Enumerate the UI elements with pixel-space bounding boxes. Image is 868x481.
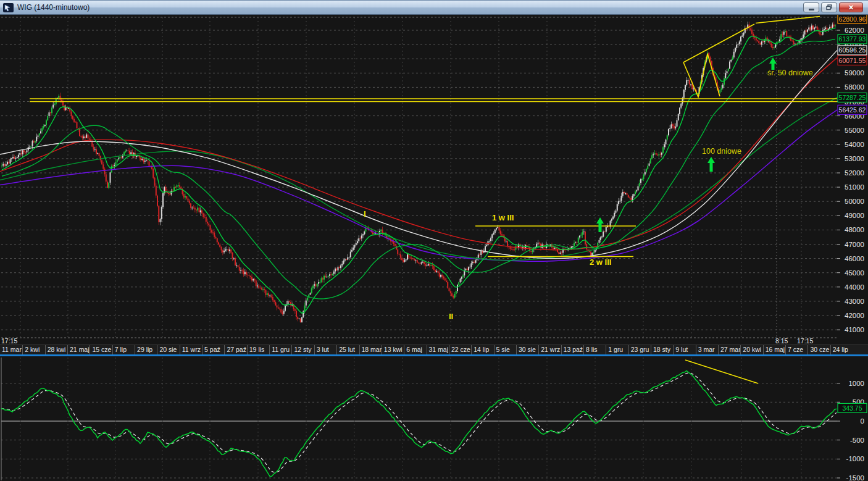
svg-text:62000: 62000 (845, 27, 864, 34)
x-axis-label: 8 lis (583, 345, 606, 355)
x-axis-label: 11 wrz (180, 345, 202, 355)
x-axis-label: 16 maj (763, 345, 785, 355)
svg-text:0: 0 (861, 417, 864, 425)
x-axis-label: 13 paź (561, 345, 583, 355)
oscillator-panel[interactable]: 10005000-500-1000-1500343.75 (0, 356, 868, 481)
x-axis-label: 18 sty (651, 345, 673, 355)
svg-text:-1500: -1500 (846, 474, 864, 481)
svg-text:53000: 53000 (845, 155, 864, 162)
x-axis-label: 18 mar (359, 345, 382, 355)
svg-text:54000: 54000 (845, 141, 864, 148)
restore-icon (826, 4, 833, 10)
up-arrow-icon (769, 57, 777, 70)
svg-text:-500: -500 (850, 437, 864, 444)
x-axis-label: 25 lut (336, 345, 359, 355)
osc-grid-layer (1, 358, 837, 480)
x-axis-label: 11 gru (269, 345, 291, 355)
osc-axis-labels: 10005000-500-1000-1500343.75 (837, 380, 867, 481)
x-axis-label: 30 sie (516, 345, 538, 355)
x-axis-label: 3 lut (314, 345, 336, 355)
x-axis-label: 27 mar (718, 345, 740, 355)
x-axis-label: 2 kwi (22, 345, 44, 355)
svg-text:41000: 41000 (845, 326, 864, 333)
x-axis-label: 7 cze (785, 345, 807, 355)
app-window: WIG (1440-minutowo) ✕ 1 w III2 w IIIIIIś… (0, 0, 868, 481)
title-bar[interactable]: WIG (1440-minutowo) ✕ (0, 0, 868, 15)
y-axis-labels: 6200061000600005900058000570005600055000… (837, 27, 864, 333)
svg-text:47000: 47000 (845, 241, 864, 248)
oscillator-line (1, 370, 837, 476)
svg-text:43000: 43000 (845, 298, 864, 305)
close-icon: ✕ (848, 4, 854, 11)
x-axis-label: 21 maj (67, 345, 90, 355)
x-axis-label: 20 kwi (740, 345, 762, 355)
svg-text:śr. 50 dniowe: śr. 50 dniowe (767, 69, 813, 77)
minimize-icon (809, 9, 814, 10)
svg-text:1000: 1000 (848, 380, 864, 387)
x-axis-label: 5 sie (494, 345, 516, 355)
svg-text:55000: 55000 (845, 127, 864, 134)
x-axis-label: 19 lis (247, 345, 269, 355)
main-price-chart[interactable]: 1 w III2 w IIIIIIśr. 50 dniowe100 dniowe… (0, 15, 868, 345)
x-axis-label: 7 lip (112, 345, 135, 355)
x-axis-label: 15 cze (90, 345, 112, 355)
candles-layer (1, 22, 836, 323)
svg-text:50000: 50000 (845, 198, 864, 205)
svg-text:58000: 58000 (845, 83, 864, 91)
svg-text:51000: 51000 (845, 183, 864, 191)
svg-text:61377.93: 61377.93 (839, 35, 866, 43)
svg-text:45000: 45000 (845, 269, 864, 277)
svg-text:II: II (449, 312, 453, 321)
x-axis-label: 21 wrz (538, 345, 561, 355)
minimize-button[interactable] (803, 2, 819, 12)
svg-text:-1000: -1000 (846, 455, 864, 462)
x-axis-label: 27 paź (224, 345, 246, 355)
svg-text:48000: 48000 (845, 226, 864, 233)
x-axis-label: 12 sty (291, 345, 314, 355)
x-axis-label: 23 gru (628, 345, 651, 355)
svg-text:49000: 49000 (845, 212, 864, 219)
svg-text:42000: 42000 (845, 312, 864, 319)
x-axis-label: 6 maj (404, 345, 426, 355)
svg-text:62800.96: 62800.96 (839, 15, 866, 23)
x-axis-label: 20 sie (157, 345, 179, 355)
svg-text:56425.62: 56425.62 (839, 106, 866, 114)
svg-text:60071.55: 60071.55 (839, 57, 866, 64)
svg-text:57287.25: 57287.25 (839, 94, 866, 101)
restore-button[interactable] (821, 2, 837, 12)
x-axis-label: 11 mar (0, 345, 22, 355)
x-axis-label: 22 cze (449, 345, 471, 355)
svg-text:44000: 44000 (845, 283, 864, 291)
x-axis-label: 9 lut (673, 345, 695, 355)
x-axis-label: 1 gru (606, 345, 628, 355)
svg-text:I: I (364, 209, 366, 219)
svg-text:46000: 46000 (845, 255, 864, 262)
svg-text:2 w III: 2 w III (590, 257, 611, 267)
close-button[interactable]: ✕ (839, 2, 863, 12)
window-title: WIG (1440-minutowo) (17, 3, 90, 12)
x-axis-label: 30 cze (807, 345, 830, 355)
x-axis-label: 14 lip (471, 345, 493, 355)
svg-text:100 dniowe: 100 dniowe (702, 147, 741, 156)
x-axis-label: 13 kwi (382, 345, 404, 355)
x-axis-label: 28 kwi (45, 345, 67, 355)
x-axis-label: 29 lip (135, 345, 157, 355)
oscillator-signal-line (1, 373, 837, 472)
svg-text:59000: 59000 (845, 69, 864, 77)
app-icon (3, 3, 14, 12)
session-time-end: 17:15 (797, 337, 813, 345)
x-axis: 11 mar2 kwi28 kwi21 maj15 cze7 lip29 lip… (0, 345, 868, 355)
x-axis-label: 24 lip (830, 345, 853, 355)
svg-text:1 w III: 1 w III (492, 213, 514, 222)
x-axis-label: 31 maj (427, 345, 449, 355)
svg-text:60596.25: 60596.25 (839, 46, 866, 54)
up-arrow-icon (707, 157, 715, 172)
annotations-layer: 1 w III2 w IIIIIIśr. 50 dniowe100 dniowe (30, 17, 837, 322)
svg-text:52000: 52000 (845, 169, 864, 177)
session-time-left: 17:15 (1, 337, 17, 345)
x-axis-label: 5 paź (202, 345, 224, 355)
x-axis-label: 3 mar (696, 345, 718, 355)
session-time-start: 8:15 (775, 337, 788, 345)
svg-text:343.75: 343.75 (842, 404, 862, 412)
